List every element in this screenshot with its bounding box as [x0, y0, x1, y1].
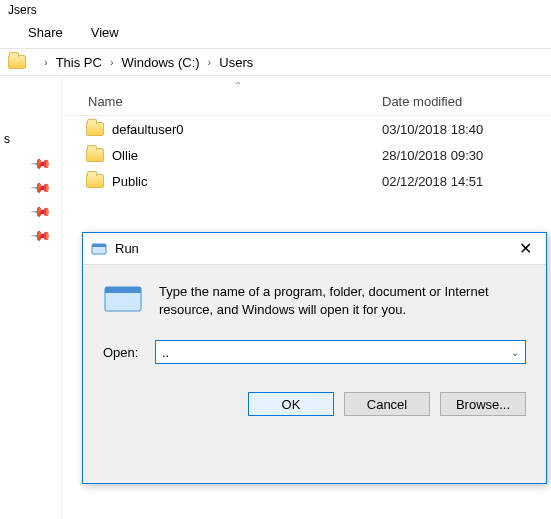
menu-bar: Share View	[0, 17, 551, 48]
quick-access-pane: s 📌 📌 📌 📌	[0, 76, 62, 519]
chevron-right-icon[interactable]: ›	[102, 56, 122, 68]
run-icon	[91, 241, 107, 257]
open-label: Open:	[103, 345, 155, 360]
breadcrumb-this-pc[interactable]: This PC	[56, 55, 102, 70]
chevron-right-icon[interactable]: ›	[200, 56, 220, 68]
table-row[interactable]: Public 02/12/2018 14:51	[62, 168, 551, 194]
column-header-date[interactable]: Date modified	[382, 94, 551, 109]
file-date: 28/10/2018 09:30	[382, 148, 483, 163]
file-date: 02/12/2018 14:51	[382, 174, 483, 189]
file-date: 03/10/2018 18:40	[382, 122, 483, 137]
menu-view[interactable]: View	[91, 25, 119, 40]
chevron-down-icon[interactable]: ⌄	[505, 341, 525, 363]
svg-rect-3	[105, 287, 141, 293]
dialog-titlebar[interactable]: Run ✕	[83, 233, 546, 265]
column-headers: Name ⌃ Date modified	[62, 76, 551, 116]
file-name: defaultuser0	[112, 122, 382, 137]
file-name: Public	[112, 174, 382, 189]
table-row[interactable]: defaultuser0 03/10/2018 18:40	[62, 116, 551, 142]
folder-icon	[86, 148, 104, 162]
open-combobox[interactable]: ⌄	[155, 340, 526, 364]
breadcrumb-folder[interactable]: Users	[219, 55, 253, 70]
svg-rect-1	[92, 244, 106, 247]
open-input[interactable]	[155, 340, 526, 364]
column-header-name-label: Name	[88, 94, 123, 109]
breadcrumb-drive[interactable]: Windows (C:)	[122, 55, 200, 70]
folder-icon	[8, 55, 26, 69]
run-icon	[103, 283, 143, 315]
run-dialog: Run ✕ Type the name of a program, folder…	[82, 232, 547, 484]
table-row[interactable]: Ollie 28/10/2018 09:30	[62, 142, 551, 168]
address-bar[interactable]: › This PC › Windows (C:) › Users	[0, 48, 551, 76]
menu-share[interactable]: Share	[28, 25, 63, 40]
sort-indicator-icon: ⌃	[234, 80, 242, 91]
browse-button[interactable]: Browse...	[440, 392, 526, 416]
cancel-button[interactable]: Cancel	[344, 392, 430, 416]
close-button[interactable]: ✕	[513, 239, 538, 258]
folder-icon	[86, 174, 104, 188]
dialog-description: Type the name of a program, folder, docu…	[159, 283, 526, 318]
folder-icon	[86, 122, 104, 136]
window-title: Jsers	[0, 0, 551, 17]
dialog-title: Run	[115, 241, 513, 256]
ok-button[interactable]: OK	[248, 392, 334, 416]
column-header-name[interactable]: Name ⌃	[62, 94, 382, 109]
chevron-right-icon[interactable]: ›	[36, 56, 56, 68]
file-name: Ollie	[112, 148, 382, 163]
